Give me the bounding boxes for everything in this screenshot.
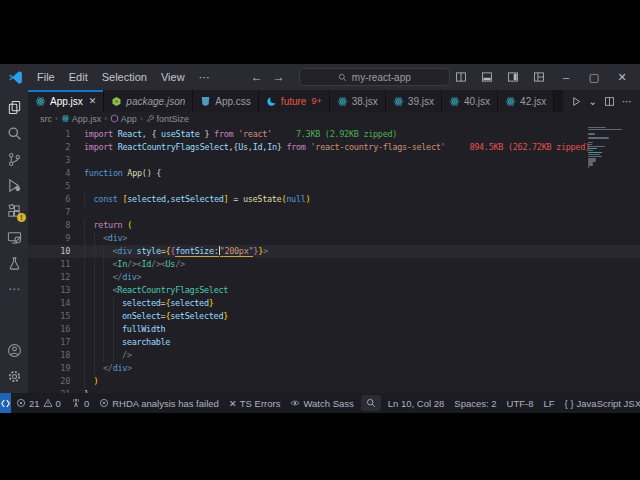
code-line-11[interactable]: 11<In/><Id/><Us/> <box>28 258 640 271</box>
code-line-19[interactable]: 19</div> <box>28 362 640 375</box>
npm-icon <box>111 96 122 107</box>
search-sidebar-icon[interactable] <box>0 120 28 146</box>
code-line-1[interactable]: 1import React, { useState } from 'react'… <box>28 128 640 141</box>
minimap[interactable] <box>588 127 622 171</box>
react-icon <box>61 114 70 123</box>
menu-file[interactable]: File <box>30 71 62 83</box>
close-button[interactable]: ✕ <box>610 67 634 87</box>
tab-future[interactable]: future 9+ <box>259 90 330 112</box>
extensions-icon[interactable]: ! <box>0 198 28 224</box>
warning-icon <box>43 398 53 408</box>
menu-view[interactable]: View <box>154 71 192 83</box>
code-line-17[interactable]: 17searchable <box>28 336 640 349</box>
code-line-2[interactable]: 2import ReactCountryFlagsSelect,{Us,Id,I… <box>28 141 640 154</box>
eol-status[interactable]: LF <box>538 393 559 413</box>
code-line-21[interactable]: 21} <box>28 388 640 393</box>
tab-39-jsx[interactable]: 39.jsx <box>386 90 442 112</box>
code-line-7[interactable]: 7 <box>28 206 640 219</box>
toggle-panel-icon[interactable] <box>476 67 498 87</box>
rhda-status[interactable]: RHDA analysis has failed <box>94 393 224 413</box>
code-line-3[interactable]: 3 <box>28 154 640 167</box>
maximize-button[interactable]: ▢ <box>582 67 606 87</box>
cursor-position[interactable]: Ln 10, Col 28 <box>383 393 450 413</box>
tab-app-css[interactable]: App.css <box>193 90 259 112</box>
indentation-status[interactable]: Spaces: 2 <box>449 393 501 413</box>
command-center-search[interactable]: my-react-app <box>299 68 450 86</box>
breadcrumb-symbol-fontsize[interactable]: fontSize <box>146 114 190 124</box>
nav-forward-icon[interactable]: → <box>273 70 285 84</box>
close-tab-icon[interactable]: ✕ <box>89 96 97 106</box>
more-actions-icon[interactable]: ⋯ <box>622 96 632 107</box>
tab-40-jsx[interactable]: 40.jsx <box>442 90 498 112</box>
menu-selection[interactable]: Selection <box>95 71 154 83</box>
code-line-12[interactable]: 12</div> <box>28 271 640 284</box>
encoding-status[interactable]: UTF-8 <box>502 393 539 413</box>
workspace-name: my-react-app <box>352 72 411 83</box>
line-number: 12 <box>28 271 84 284</box>
breadcrumb-file[interactable]: App.jsx <box>61 114 102 124</box>
source-control-icon[interactable] <box>0 146 28 172</box>
run-file-icon[interactable] <box>571 96 582 107</box>
tab-38-jsx[interactable]: 38.jsx <box>330 90 386 112</box>
menu-more[interactable]: ⋯ <box>192 71 217 84</box>
toggle-sidebar-icon[interactable] <box>450 67 472 87</box>
minimize-button[interactable]: – <box>554 67 578 87</box>
settings-gear-icon[interactable] <box>0 363 28 389</box>
customize-layout-icon[interactable] <box>528 67 550 87</box>
breadcrumb-symbol-app[interactable]: App <box>110 114 137 124</box>
code-line-6[interactable]: 6const [selected,setSelected] = useState… <box>28 193 640 206</box>
toggle-secondary-sidebar-icon[interactable] <box>502 67 524 87</box>
remote-explorer-icon[interactable] <box>0 224 28 250</box>
code-line-8[interactable]: 8return ( <box>28 219 640 232</box>
breadcrumb-separator: › <box>140 114 143 123</box>
import-cost-annotation: 7.3KB (2.92KB zipped) <box>296 129 397 139</box>
eye-icon <box>290 398 300 408</box>
code-line-4[interactable]: 4function App() { <box>28 167 640 180</box>
line-number: 17 <box>28 336 84 349</box>
extensions-warning-badge: ! <box>17 213 26 222</box>
error-circle-icon <box>99 398 109 408</box>
line-number: 14 <box>28 297 84 310</box>
explorer-icon[interactable] <box>0 94 28 120</box>
code-line-16[interactable]: 16fullWidth <box>28 323 640 336</box>
remote-indicator[interactable] <box>0 393 11 413</box>
breadcrumb-src[interactable]: src <box>40 114 52 124</box>
tab-app-jsx[interactable]: App.jsx ✕ <box>28 90 104 112</box>
line-number: 3 <box>28 154 84 167</box>
split-editor-icon[interactable] <box>604 96 615 107</box>
status-bar: 21 0 0 RHDA analysis has failed ✕ TS Err… <box>0 393 640 413</box>
code-editor[interactable]: 1import React, { useState } from 'react'… <box>28 125 640 393</box>
ts-errors-status[interactable]: ✕ TS Errors <box>224 393 286 413</box>
testing-icon[interactable] <box>0 250 28 276</box>
ports-status[interactable]: 0 <box>66 393 94 413</box>
letterbox-top <box>0 0 640 64</box>
problems-status[interactable]: 21 0 <box>11 393 66 413</box>
menu-edit[interactable]: Edit <box>62 71 95 83</box>
code-line-13[interactable]: 13<ReactCountryFlagsSelect <box>28 284 640 297</box>
vscode-logo-icon <box>8 70 23 85</box>
language-mode[interactable]: { } JavaScript JSX <box>560 393 640 413</box>
watch-sass-status[interactable]: Watch Sass <box>285 393 358 413</box>
tab-label: 38.jsx <box>352 96 378 107</box>
line-number: 21 <box>28 388 84 393</box>
accounts-icon[interactable] <box>0 337 28 363</box>
code-line-9[interactable]: 9<div> <box>28 232 640 245</box>
nav-back-icon[interactable]: ← <box>251 70 263 84</box>
line-number: 20 <box>28 375 84 388</box>
chevron-down-icon[interactable]: ⌄ <box>589 96 597 107</box>
search-status[interactable] <box>361 395 381 411</box>
problems-badge: 9+ <box>311 96 321 106</box>
code-line-15[interactable]: 15onSelect={setSelected} <box>28 310 640 323</box>
code-line-20[interactable]: 20) <box>28 375 640 388</box>
tab-label: 39.jsx <box>408 96 434 107</box>
code-line-5[interactable]: 5 <box>28 180 640 193</box>
tab-42-jsx[interactable]: 42.jsx <box>498 90 554 112</box>
breadcrumb-separator: › <box>55 114 58 123</box>
code-line-14[interactable]: 14selected={selected} <box>28 297 640 310</box>
tab-package-json[interactable]: package.json <box>104 90 193 112</box>
code-line-10[interactable]: 10<div style={{fontSize:"200px"}}> <box>28 245 640 258</box>
code-line-18[interactable]: 18/> <box>28 349 640 362</box>
run-debug-icon[interactable] <box>0 172 28 198</box>
tab-label: App.jsx <box>50 96 83 107</box>
more-views-icon[interactable]: ⋯ <box>0 276 28 302</box>
